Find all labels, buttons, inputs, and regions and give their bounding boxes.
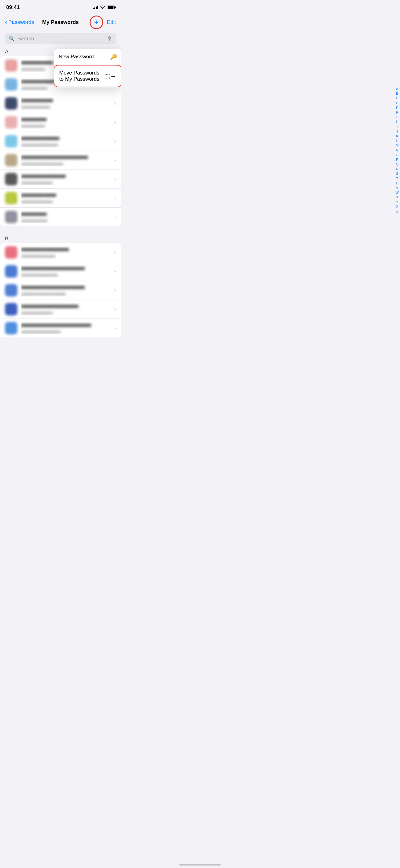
app-icon: [5, 116, 18, 128]
chevron-right-icon: ›: [114, 176, 116, 182]
item-info: ■■■■■■■■■■■■■■■■■■■■■ ■■■■■■■■■■■■■■■■: [21, 154, 110, 166]
chevron-right-icon: ›: [114, 214, 116, 220]
item-title: ■■■■■■■■■■■■■■■■■■■■: [21, 284, 110, 290]
battery-icon: [107, 6, 115, 9]
item-subtitle: ■■■■■■■■■■■■■■■■: [21, 161, 110, 166]
list-item[interactable]: ■■■■■■■■■■■■■■■■■■■■■ ■■■■■■■■■■■■■■■■ ›: [0, 151, 121, 170]
item-subtitle: ■■■■■■■■■: [21, 124, 110, 128]
add-button[interactable]: +: [90, 16, 103, 29]
signal-icon: [93, 6, 98, 9]
item-subtitle: ■■■■■■■■■■■: [21, 104, 110, 110]
item-title: ■■■■■■■■■■: [21, 97, 110, 104]
app-icon: [5, 246, 18, 258]
chevron-right-icon: ›: [114, 287, 116, 293]
key-icon: 🔑: [110, 53, 117, 60]
edit-button[interactable]: Edit: [107, 19, 116, 26]
item-info: ■■■■■■■■■■■■■■■■■■ ■■■■■■■■■■■■: [21, 303, 110, 315]
app-icon: [5, 303, 18, 315]
item-info: ■■■■■■■■■■■■■■ ■■■■■■■■■■■■: [21, 173, 110, 185]
chevron-right-icon: ›: [114, 138, 116, 144]
item-subtitle: ■■■■■■■■■■■■: [21, 310, 110, 315]
list-item[interactable]: ■■■■■■■■■■■■■■■■■■■■■■ ■■■■■■■■■■■■■■■ ›: [0, 319, 121, 337]
list-item[interactable]: ■■■■■■■■■■■■■■■■■■ ■■■■■■■■■■■■ ›: [0, 300, 121, 319]
item-title: ■■■■■■■■■■■■■■■■■■: [21, 303, 110, 310]
list-item[interactable]: ■■■■■■■■■■■■■■■■■■■■ ■■■■■■■■■■■■■■ ›: [0, 262, 121, 281]
chevron-right-icon: ›: [114, 195, 116, 201]
item-info: ■■■■■■■■■■■■■■■■■■■■■■ ■■■■■■■■■■■■■■■: [21, 322, 110, 334]
section-b: B ■■■■■■■■■■■■■■■ ■■■■■■■■■■■■■ › ■■■■■■…: [0, 234, 121, 337]
item-subtitle: ■■■■■■■■■■: [21, 218, 110, 223]
item-subtitle: ■■■■■■■■■■■■■■: [21, 143, 110, 148]
item-title: ■■■■■■■■■■■■: [21, 135, 110, 142]
new-password-label: New Password: [59, 54, 94, 60]
chevron-right-icon: ›: [114, 306, 116, 312]
wifi-icon: [100, 5, 105, 10]
app-icon: [5, 265, 18, 278]
item-subtitle: ■■■■■■■■■■■■■■■: [21, 330, 110, 334]
app-icon: [5, 154, 18, 166]
item-title: ■■■■■■■■: [21, 211, 110, 217]
app-icon: [5, 59, 18, 72]
list-item[interactable]: ■■■■■■■■■■■■ ■■■■■■■■■■■■■■ ›: [0, 132, 121, 151]
item-subtitle: ■■■■■■■■■■■■: [21, 199, 110, 204]
item-info: ■■■■■■■■■■■■■■■■■■■■ ■■■■■■■■■■■■■■■■■: [21, 284, 110, 297]
item-subtitle: ■■■■■■■■■■■■■■: [21, 273, 110, 278]
item-title: ■■■■■■■■■■■■■■■■■■■■■: [21, 154, 110, 160]
chevron-right-icon: ›: [114, 157, 116, 163]
plus-icon: +: [94, 19, 99, 26]
chevron-right-icon: ›: [114, 249, 116, 255]
search-bar: 🔍 Search 🎙: [5, 33, 116, 44]
status-icons: [93, 5, 115, 10]
item-title: ■■■■■■■■■■■■■■■■■■■■: [21, 266, 110, 272]
microphone-icon[interactable]: 🎙: [107, 35, 112, 42]
item-info: ■■■■■■■■■■ ■■■■■■■■■■■: [21, 97, 110, 110]
item-title: ■■■■■■■■■■■■■■■■■■■■■■: [21, 322, 110, 329]
section-header-b: B: [0, 234, 121, 243]
search-container: 🔍 Search 🎙: [0, 33, 121, 47]
chevron-right-icon: ›: [114, 325, 116, 331]
app-icon: [5, 173, 18, 185]
list-item[interactable]: ■■■■■■■■■■■■■■ ■■■■■■■■■■■■ ›: [0, 170, 121, 189]
back-label: Passwords: [8, 19, 34, 26]
list-item[interactable]: ■■■■■■■■■■■ ■■■■■■■■■■■■ ›: [0, 189, 121, 208]
list-item[interactable]: ■■■■■■■■■■■■■■■■■■■■ ■■■■■■■■■■■■■■■■■ ›: [0, 281, 121, 300]
chevron-right-icon: ›: [114, 100, 116, 106]
item-info: ■■■■■■■■■■■■■■■■■■■■ ■■■■■■■■■■■■■■: [21, 266, 110, 278]
search-placeholder[interactable]: Search: [18, 36, 104, 42]
item-title: ■■■■■■■■: [21, 116, 110, 123]
item-title: ■■■■■■■■■■■■■■: [21, 173, 110, 180]
list-item[interactable]: ■■■■■■■■ ■■■■■■■■■ ›: [0, 113, 121, 132]
app-icon: [5, 78, 18, 91]
search-icon: 🔍: [9, 36, 15, 41]
item-subtitle: ■■■■■■■■■■■■■■■■■: [21, 291, 110, 297]
move-icon: ⬚→: [104, 72, 116, 80]
dropdown-menu: New Password 🔑 Move Passwords to My Pass…: [54, 49, 121, 87]
item-info: ■■■■■■■■ ■■■■■■■■■■: [21, 211, 110, 223]
item-info: ■■■■■■■■ ■■■■■■■■■: [21, 116, 110, 128]
item-info: ■■■■■■■■■■■ ■■■■■■■■■■■■: [21, 192, 110, 204]
page-title: My Passwords: [42, 19, 79, 26]
move-passwords-label: Move Passwords to My Passwords: [59, 70, 104, 82]
list-item[interactable]: ■■■■■■■■ ■■■■■■■■■■ ›: [0, 208, 121, 226]
app-icon: [5, 135, 18, 148]
list-item[interactable]: ■■■■■■■■■■ ■■■■■■■■■■■ ›: [0, 94, 121, 113]
app-icon: [5, 322, 18, 334]
app-icon: [5, 97, 18, 110]
new-password-item[interactable]: New Password 🔑: [54, 49, 121, 65]
app-icon: [5, 284, 18, 297]
item-info: ■■■■■■■■■■■■■■■ ■■■■■■■■■■■■■: [21, 247, 110, 258]
status-time: 09:41: [6, 4, 20, 10]
item-title: ■■■■■■■■■■■: [21, 192, 110, 198]
item-subtitle: ■■■■■■■■■■■■: [21, 180, 110, 185]
nav-bar: ‹ Passwords My Passwords + Edit: [0, 13, 121, 33]
item-info: ■■■■■■■■■■■■ ■■■■■■■■■■■■■■: [21, 135, 110, 148]
chevron-right-icon: ›: [114, 119, 116, 125]
list-item[interactable]: ■■■■■■■■■■■■■■■ ■■■■■■■■■■■■■ ›: [0, 243, 121, 262]
list-section-b: ■■■■■■■■■■■■■■■ ■■■■■■■■■■■■■ › ■■■■■■■■…: [0, 243, 121, 337]
app-icon: [5, 211, 18, 223]
content-area: A ■■■■■■■■■■ ■■■■■■■■■ › ■■■■■■■■■■■■ ■■…: [0, 47, 121, 350]
item-subtitle: ■■■■■■■■■■■■■: [21, 254, 110, 258]
back-chevron-icon: ‹: [5, 19, 7, 25]
move-passwords-item[interactable]: Move Passwords to My Passwords ⬚→: [54, 65, 121, 87]
item-title: ■■■■■■■■■■■■■■■: [21, 247, 110, 253]
